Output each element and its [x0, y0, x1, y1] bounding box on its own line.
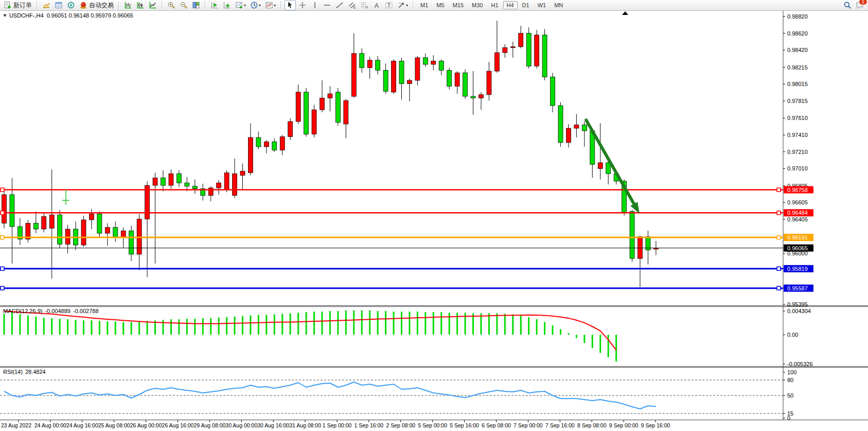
price-label: 0.95587 — [787, 285, 808, 291]
time-tick-label: 26 Aug 16:00 — [162, 422, 194, 428]
line-handle[interactable] — [777, 188, 781, 192]
add-indicator-button[interactable] — [221, 0, 233, 10]
new-chart-button[interactable]: ▾ — [234, 0, 247, 10]
line-handle[interactable] — [777, 267, 781, 270]
chart-canvas[interactable]: 0.988200.986200.984200.982150.980150.978… — [0, 0, 868, 431]
rsi-tick: 100 — [787, 369, 796, 375]
line-handle[interactable] — [1, 286, 4, 290]
line-handle[interactable] — [777, 211, 781, 215]
market-watch-button[interactable] — [41, 0, 52, 10]
fibonacci-button[interactable]: F — [359, 0, 370, 10]
navigator-icon — [67, 1, 75, 9]
crosshair-button[interactable] — [297, 0, 308, 10]
vertical-line-button[interactable] — [309, 0, 321, 10]
candle-body — [582, 125, 587, 131]
zoom-out-button[interactable] — [178, 0, 189, 10]
time-tick-label: 26 Aug 00:00 — [130, 422, 162, 428]
candlestick-chart-button[interactable] — [135, 0, 146, 10]
chevron-down-icon[interactable]: ▾ — [259, 3, 261, 8]
periods-button[interactable]: ▾ — [249, 0, 262, 10]
data-window-button[interactable] — [53, 0, 64, 10]
fibo-icon: F — [360, 1, 368, 9]
tile-windows-button[interactable] — [190, 0, 202, 10]
timeframe-h1[interactable]: H1 — [487, 1, 502, 9]
macd-bar — [544, 322, 545, 335]
macd-bar — [456, 313, 458, 335]
timeframe-m5[interactable]: M5 — [433, 1, 448, 9]
candle-body — [185, 183, 189, 186]
line-handle[interactable] — [1, 188, 4, 192]
macd-tick: -0.005326 — [787, 361, 813, 367]
candle-body — [2, 195, 7, 223]
line-handle[interactable] — [777, 286, 781, 290]
candle-body — [574, 125, 579, 129]
macd-indicator-label: MACD(12,26,9)-0.004889-0.002788 — [3, 308, 101, 314]
line-handle[interactable] — [1, 211, 4, 215]
chevron-down-icon[interactable]: ▾ — [244, 3, 246, 8]
timeframe-d1[interactable]: D1 — [519, 1, 533, 9]
candle-body — [240, 171, 245, 175]
time-tick-label: 24 Aug 16:00 — [66, 422, 98, 428]
navigator-button[interactable] — [65, 0, 77, 10]
toolbar-separator — [205, 1, 206, 9]
chat-button[interactable]: 1 — [854, 0, 865, 10]
trendline-button[interactable] — [334, 0, 345, 10]
macd-tick: 0.00 — [787, 332, 798, 338]
line-chart-button[interactable] — [147, 0, 158, 10]
macd-bar — [583, 335, 585, 343]
candle-body — [471, 96, 475, 98]
search-button[interactable] — [842, 0, 853, 10]
rsi-value: 28.4824 — [25, 369, 46, 375]
timeframe-mn[interactable]: MN — [551, 1, 566, 9]
macd-bar — [433, 312, 434, 335]
timeframe-h4[interactable]: H4 — [503, 1, 518, 9]
macd-bar — [43, 318, 45, 335]
macd-bar — [290, 313, 291, 335]
toolbar-group-panels: 自动交易 — [39, 0, 117, 10]
candle-body — [566, 128, 571, 143]
candle-body — [153, 178, 157, 185]
macd-bar — [592, 335, 593, 348]
candle-body — [376, 60, 380, 71]
macd-bar — [512, 314, 513, 335]
macd-tick: 0.004304 — [787, 308, 811, 314]
candle-body — [89, 214, 94, 220]
timeframe-m15[interactable]: M15 — [449, 1, 467, 9]
line-handle[interactable] — [1, 236, 4, 239]
strategy-test-button[interactable] — [209, 0, 220, 10]
macd-bar — [440, 312, 442, 335]
candle-body — [312, 110, 316, 134]
zoom-in-button[interactable] — [166, 0, 177, 10]
text-button[interactable]: A — [371, 0, 382, 10]
time-tick-label: 1 Sep 00:00 — [323, 422, 352, 428]
chart-area[interactable]: 0.988200.986200.984200.982150.980150.978… — [0, 0, 868, 431]
timeframe-m1[interactable]: M1 — [417, 1, 432, 9]
chart-collapse-icon[interactable]: ▼ — [3, 13, 7, 18]
candle-body — [447, 70, 452, 86]
horizontal-line-button[interactable] — [322, 0, 333, 10]
candle-body — [256, 137, 261, 147]
cursor-button[interactable] — [285, 0, 296, 10]
time-tick-label: 30 Aug 16:00 — [257, 422, 289, 428]
time-tick-label: 30 Aug 00:00 — [225, 422, 257, 428]
macd-value-signal: -0.002788 — [73, 308, 99, 314]
candle-body — [487, 71, 491, 95]
price-tick: 0.97010 — [787, 165, 808, 171]
chevron-down-icon[interactable]: ▾ — [274, 3, 276, 8]
timeframe-w1[interactable]: W1 — [534, 1, 550, 9]
bar-chart-button[interactable] — [122, 0, 134, 10]
chevron-down-icon[interactable]: ▾ — [406, 3, 408, 8]
timeframe-m30[interactable]: M30 — [468, 1, 486, 9]
templates-button[interactable]: ▾ — [263, 0, 277, 10]
label-button[interactable]: T — [383, 0, 395, 10]
arrows-button[interactable]: ▾ — [396, 0, 410, 10]
candle-body — [558, 106, 563, 143]
candle-body — [10, 195, 14, 227]
new-order-button[interactable]: 新订单 — [2, 0, 33, 10]
line-handle[interactable] — [777, 236, 781, 239]
notification-badge: 1 — [859, 0, 867, 5]
line-handle[interactable] — [1, 267, 4, 270]
auto-trading-button[interactable]: 自动交易 — [78, 0, 115, 10]
svg-text:A: A — [375, 2, 379, 9]
channel-button[interactable]: E — [346, 0, 358, 10]
